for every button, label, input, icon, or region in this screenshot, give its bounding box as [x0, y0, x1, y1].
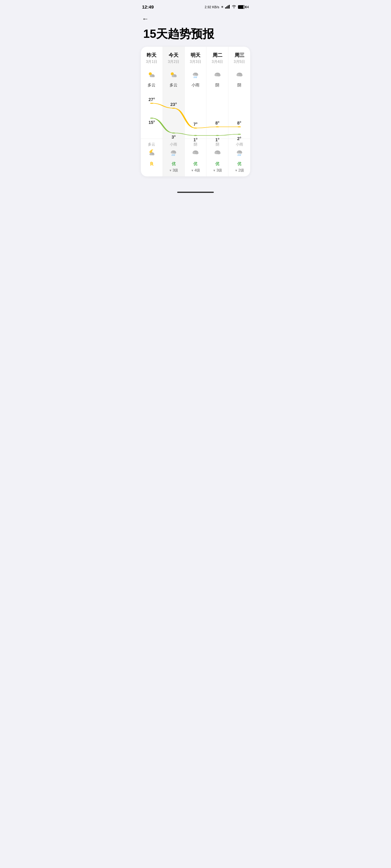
time: 12:49 — [142, 4, 153, 9]
wind-level: 3级 — [173, 168, 178, 173]
day-name: 昨天 — [142, 52, 161, 59]
svg-line-19 — [173, 154, 173, 156]
day-bottom: 小雨 优 ▼ 3级 — [163, 138, 185, 176]
aqi-badge: 优 — [230, 161, 249, 167]
day-date: 3月5日 — [230, 59, 249, 64]
day-col-tomorrow: 明天 3月3日 小雨 阴 优 ▼ 4级 — [185, 47, 207, 177]
night-desc: 阴 — [208, 142, 227, 147]
day-header: 周二 3月4日 — [206, 47, 228, 67]
svg-line-20 — [174, 154, 175, 156]
chart-spacer — [163, 90, 185, 138]
svg-point-29 — [195, 152, 199, 154]
day-name: 周二 — [208, 52, 227, 59]
bluetooth-icon: ∗ — [221, 5, 224, 9]
day-col-wed: 周三 3月5日 阴 小雨 优 ▼ 2级 — [228, 47, 250, 177]
night-desc: 阴 — [186, 142, 205, 147]
signal-icon — [225, 5, 230, 9]
weather-icon-day — [228, 67, 250, 83]
night-icon — [230, 148, 249, 159]
svg-rect-0 — [225, 7, 226, 8]
chart-spacer — [141, 90, 163, 138]
weather-desc-day: 多云 — [141, 83, 163, 90]
day-bottom: 阴 优 ▼ 4级 — [185, 138, 206, 176]
svg-rect-2 — [228, 5, 228, 8]
aqi-badge: 优 — [164, 161, 183, 167]
wind-info: ▼ 3级 — [164, 168, 183, 173]
wind-info: ▼ 2级 — [230, 168, 249, 173]
svg-line-25 — [195, 76, 196, 78]
day-header: 昨天 3月1日 — [141, 47, 163, 67]
svg-point-14 — [174, 75, 177, 77]
day-name: 今天 — [164, 52, 183, 59]
weather-card: 昨天 3月1日 多云 多云 良 今天 3月2日 — [141, 47, 250, 177]
page-title: 15天趋势预报 — [136, 23, 255, 47]
day-date: 3月3日 — [186, 59, 205, 64]
chart-spacer — [185, 90, 206, 138]
svg-point-41 — [239, 151, 242, 154]
day-col-today: 今天 3月2日 多云 小雨 优 ▼ 3级 — [163, 47, 185, 177]
svg-point-17 — [173, 151, 176, 154]
day-bottom: 多云 良 — [141, 138, 163, 177]
back-button[interactable]: ← — [136, 12, 255, 23]
day-bottom: 阴 优 ▼ 3级 — [206, 138, 228, 176]
wind-arrow-icon: ▼ — [169, 169, 172, 172]
day-header: 明天 3月3日 — [185, 47, 206, 67]
days-container: 昨天 3月1日 多云 多云 良 今天 3月2日 — [141, 47, 250, 177]
aqi-badge: 优 — [186, 161, 205, 167]
home-indicator-area — [136, 183, 255, 197]
night-icon — [142, 148, 161, 159]
weather-desc-day: 阴 — [228, 83, 250, 90]
wind-level: 3级 — [216, 168, 222, 173]
svg-line-43 — [239, 154, 240, 156]
wind-arrow-icon: ▼ — [234, 169, 238, 172]
night-desc: 小雨 — [164, 142, 183, 147]
svg-point-32 — [217, 74, 221, 76]
day-date: 3月2日 — [164, 59, 183, 64]
night-icon — [164, 148, 183, 159]
weather-icon-day — [163, 67, 185, 83]
night-desc: 多云 — [142, 142, 161, 147]
battery-level: 94 — [245, 5, 249, 9]
svg-point-7 — [152, 75, 155, 77]
weather-icon-day — [185, 67, 206, 83]
day-header: 周三 3月5日 — [228, 47, 250, 67]
wind-arrow-icon: ▼ — [213, 169, 216, 172]
day-date: 3月1日 — [142, 59, 161, 64]
weather-desc-day: 小雨 — [185, 83, 206, 90]
svg-point-38 — [239, 74, 243, 76]
day-col-tue: 周二 3月4日 阴 阴 优 ▼ 3级 — [206, 47, 228, 177]
svg-line-24 — [194, 76, 194, 78]
day-bottom: 小雨 优 ▼ 2级 — [228, 138, 250, 176]
wind-info: ▼ 3级 — [208, 168, 227, 173]
night-desc: 小雨 — [230, 142, 249, 147]
aqi-badge: 优 — [208, 161, 227, 167]
home-indicator — [177, 192, 214, 193]
weather-icon-day — [206, 67, 228, 83]
wind-level: 4级 — [195, 168, 200, 173]
svg-rect-3 — [229, 5, 230, 8]
svg-rect-1 — [226, 6, 227, 8]
day-name: 周三 — [230, 52, 249, 59]
day-header: 今天 3月2日 — [163, 47, 185, 67]
night-icon — [186, 148, 205, 159]
wind-arrow-icon: ▼ — [191, 169, 194, 172]
svg-point-23 — [195, 73, 198, 76]
wind-info: ▼ 4级 — [186, 168, 205, 173]
weather-icon-day — [141, 67, 163, 83]
back-icon: ← — [142, 15, 149, 23]
chart-spacer — [228, 90, 250, 138]
aqi-badge: 良 — [142, 161, 161, 167]
svg-line-26 — [196, 76, 197, 78]
battery-indicator: 94 — [238, 5, 249, 9]
day-name: 明天 — [186, 52, 205, 59]
network-speed: 2.92 KB/s — [205, 5, 219, 9]
chart-spacer — [206, 90, 228, 138]
night-icon — [208, 148, 227, 159]
svg-line-44 — [241, 154, 241, 156]
svg-line-18 — [172, 154, 172, 156]
day-date: 3月4日 — [208, 59, 227, 64]
status-bar: 12:49 2.92 KB/s ∗ 94 — [136, 0, 255, 12]
wind-level: 2级 — [238, 168, 244, 173]
weather-desc-day: 多云 — [163, 83, 185, 90]
wifi-icon — [231, 5, 236, 9]
